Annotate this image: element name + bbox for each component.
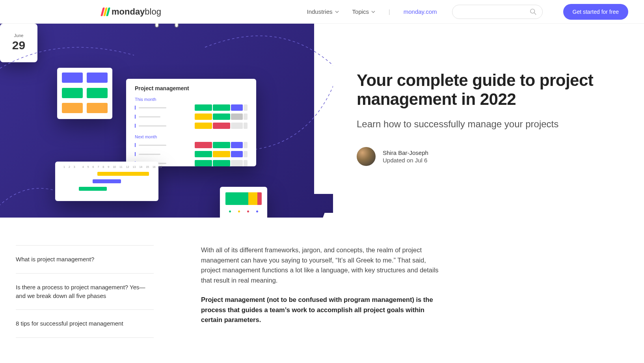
- site-logo[interactable]: mondayblog: [102, 7, 161, 17]
- article-paragraph-bold: Project management (not to be confused w…: [201, 295, 445, 325]
- logo-text-blog: blog: [145, 7, 161, 17]
- nav-industries-label: Industries: [307, 8, 333, 15]
- author-name: Shira Bar-Joseph: [383, 149, 428, 156]
- article-content: With all of its different frameworks, ja…: [201, 245, 445, 338]
- main-nav: Industries Topics | monday.com Get start…: [307, 4, 628, 20]
- illus-main-title: Project management: [135, 85, 248, 91]
- get-started-button[interactable]: Get started for free: [563, 4, 629, 20]
- search-icon: [530, 8, 537, 15]
- illus-group-2: Next month: [135, 134, 248, 139]
- page-subtitle: Learn how to successfully manage your pr…: [357, 118, 620, 130]
- brand-link[interactable]: monday.com: [404, 8, 437, 15]
- hero-text: Your complete guide to project managemen…: [333, 24, 644, 218]
- page-title: Your complete guide to project managemen…: [357, 71, 620, 109]
- search-box[interactable]: [452, 5, 543, 19]
- chevron-down-icon: [335, 10, 339, 14]
- illus-group-1: This month: [135, 97, 248, 102]
- site-header: mondayblog Industries Topics | monday.co…: [0, 0, 644, 24]
- article-body: What is project management? Is there a p…: [0, 218, 497, 354]
- illus-card-gantt: 123 4567891011121314151617: [55, 162, 158, 201]
- logo-text-brand: monday: [112, 7, 145, 17]
- illus-card-small: [57, 68, 112, 119]
- nav-topics-label: Topics: [352, 8, 369, 15]
- nav-industries[interactable]: Industries: [307, 8, 339, 15]
- logo-stripes-icon: [102, 7, 109, 16]
- updated-date: Updated on Jul 6: [383, 157, 428, 164]
- article-paragraph: With all of its different frameworks, ja…: [201, 245, 445, 285]
- hero-section: Project management This month Next month…: [0, 24, 644, 218]
- nav-topics[interactable]: Topics: [352, 8, 376, 15]
- toc-item[interactable]: Is there a process to project management…: [16, 273, 154, 310]
- author-block: Shira Bar-Joseph Updated on Jul 6: [357, 147, 620, 166]
- chevron-down-icon: [371, 10, 375, 14]
- illus-card-main: Project management This month Next month: [126, 79, 256, 166]
- svg-point-0: [530, 9, 534, 13]
- nav-divider: |: [389, 9, 390, 15]
- hero-illustration: Project management This month Next month…: [0, 24, 333, 218]
- avatar: [357, 147, 376, 166]
- svg-line-1: [534, 13, 536, 15]
- toc-item[interactable]: What is project management?: [16, 245, 154, 273]
- illus-card-chart: [220, 187, 267, 218]
- search-input[interactable]: [458, 9, 530, 15]
- toc-item[interactable]: 8 tips for successful project management: [16, 309, 154, 338]
- table-of-contents: What is project management? Is there a p…: [16, 245, 154, 338]
